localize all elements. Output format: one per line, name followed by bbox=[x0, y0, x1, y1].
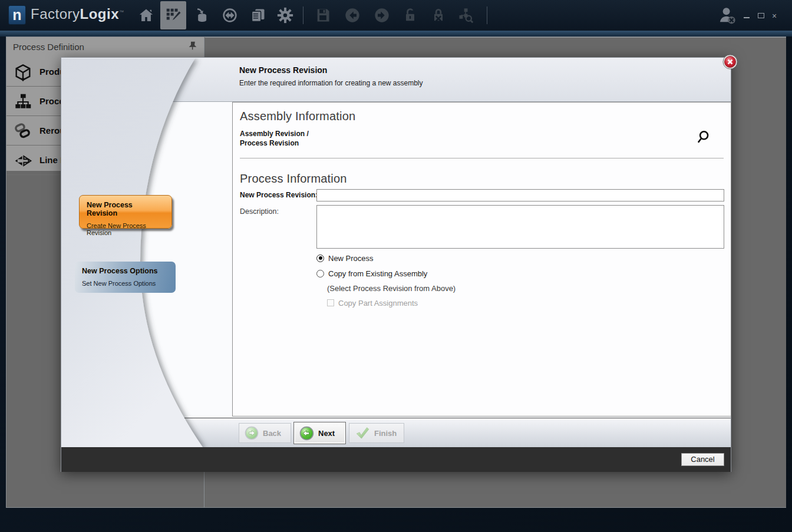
process-icon bbox=[14, 92, 32, 111]
process-search-button[interactable] bbox=[453, 1, 478, 29]
radio-label: Copy from Existing Assembly bbox=[328, 269, 427, 278]
wizard-step-new-process-revision[interactable]: New Process Revision Create New Process … bbox=[79, 195, 172, 229]
radio-label: New Process bbox=[328, 254, 374, 263]
dialog-bottom-bar: Cancel bbox=[61, 447, 731, 472]
window-close-button[interactable]: × bbox=[770, 12, 779, 20]
wizard-sidebar-curve bbox=[61, 58, 238, 447]
brand-light: Factory bbox=[31, 6, 80, 22]
finish-button[interactable]: Finish bbox=[349, 423, 404, 443]
step-title: New Process Options bbox=[82, 267, 169, 275]
user-logout-icon bbox=[717, 5, 737, 25]
check-out-button[interactable] bbox=[397, 1, 423, 29]
new-process-revision-dialog: New Process Revision Enter the required … bbox=[61, 57, 731, 472]
toolbar-separator bbox=[303, 6, 303, 24]
back-arrow-icon bbox=[245, 426, 259, 440]
panel-header: Process Definition bbox=[6, 37, 204, 58]
copy-part-assignments-option: Copy Part Assignments bbox=[327, 299, 418, 307]
process-definition-button[interactable] bbox=[160, 1, 186, 29]
trademark: ™ bbox=[119, 9, 124, 15]
lock-cancel-icon bbox=[430, 7, 447, 24]
radio-icon[interactable] bbox=[316, 270, 324, 277]
assembly-revision-label: Assembly Revision / Process Revision bbox=[240, 129, 309, 148]
brand-bold: Logix bbox=[80, 6, 120, 22]
dialog-content-panel: Assembly Information Assembly Revision /… bbox=[232, 102, 731, 417]
back-label: Back bbox=[263, 429, 281, 438]
dialog-title: New Process Revision bbox=[239, 65, 327, 75]
close-icon: × bbox=[770, 12, 779, 20]
process-search-icon bbox=[457, 7, 474, 24]
save-button[interactable] bbox=[310, 1, 336, 29]
logout-user-button[interactable] bbox=[715, 1, 739, 29]
radio-new-process[interactable]: New Process bbox=[316, 253, 374, 263]
panel-title: Process Definition bbox=[13, 42, 84, 52]
assembly-revision-label-line1: Assembly Revision / bbox=[240, 129, 309, 138]
back-button[interactable]: Back bbox=[239, 423, 291, 443]
sync-button[interactable] bbox=[217, 1, 243, 29]
assembly-information-heading: Assembly Information bbox=[240, 110, 355, 123]
finish-check-icon bbox=[355, 425, 370, 441]
factorylogix-logo-icon: n bbox=[8, 5, 26, 25]
settings-gear-icon bbox=[276, 6, 294, 24]
cancel-button[interactable]: Cancel bbox=[681, 453, 724, 466]
radio-icon[interactable] bbox=[316, 255, 324, 262]
process-information-heading: Process Information bbox=[240, 172, 347, 186]
save-icon bbox=[315, 7, 331, 24]
sync-icon bbox=[222, 7, 238, 24]
description-textarea[interactable] bbox=[316, 205, 724, 249]
unlock-icon bbox=[402, 7, 418, 24]
reports-icon bbox=[250, 7, 266, 24]
product-icon bbox=[14, 63, 32, 82]
dialog-subtitle: Enter the required information for creat… bbox=[239, 79, 423, 87]
checkbox-label: Copy Part Assignments bbox=[338, 299, 418, 308]
section-divider bbox=[240, 158, 724, 158]
settings-button[interactable] bbox=[272, 1, 298, 29]
cancel-checkout-button[interactable] bbox=[425, 1, 451, 29]
line-process-icon bbox=[14, 151, 32, 170]
step-subtitle: Create New Process Revision bbox=[87, 222, 164, 236]
pin-icon[interactable] bbox=[187, 41, 198, 52]
assembly-revision-label-line2: Process Revision bbox=[240, 138, 309, 148]
back-icon bbox=[344, 7, 361, 24]
redo-forward-button[interactable] bbox=[369, 1, 395, 29]
window-minimize-button[interactable] bbox=[742, 12, 752, 20]
publish-icon bbox=[193, 7, 210, 24]
dialog-close-button[interactable] bbox=[722, 54, 738, 70]
main-toolbar: n FactoryLogix™ bbox=[0, 0, 792, 31]
new-process-revision-input[interactable] bbox=[316, 189, 724, 201]
step-title: New Process Revision bbox=[87, 201, 164, 217]
description-label: Description: bbox=[240, 207, 279, 216]
select-process-note: (Select Process Revision from Above) bbox=[327, 284, 456, 293]
toolbar-separator bbox=[487, 6, 487, 24]
next-label: Next bbox=[318, 429, 335, 438]
new-process-revision-label: New Process Revision: bbox=[240, 191, 318, 199]
publish-button[interactable] bbox=[189, 1, 214, 29]
forward-icon bbox=[374, 7, 390, 24]
wizard-step-new-process-options[interactable]: New Process Options Set New Process Opti… bbox=[75, 262, 176, 293]
reports-button[interactable] bbox=[245, 1, 271, 29]
radio-copy-existing[interactable]: Copy from Existing Assembly bbox=[316, 269, 427, 278]
home-button[interactable] bbox=[133, 1, 159, 29]
application-window: n FactoryLogix™ bbox=[0, 0, 792, 532]
next-button[interactable]: Next bbox=[293, 422, 346, 444]
step-subtitle: Set New Process Options bbox=[82, 280, 169, 287]
brand-name: FactoryLogix™ bbox=[31, 6, 124, 22]
checkbox-icon bbox=[327, 299, 334, 306]
home-icon bbox=[138, 7, 154, 24]
magnifier-icon[interactable] bbox=[695, 130, 711, 145]
window-maximize-button[interactable] bbox=[757, 12, 766, 20]
reroute-icon bbox=[14, 122, 32, 141]
next-arrow-icon bbox=[299, 426, 314, 441]
finish-label: Finish bbox=[374, 429, 397, 438]
edit-grid-icon bbox=[164, 6, 182, 24]
accent-strip bbox=[0, 31, 792, 37]
undo-back-button[interactable] bbox=[339, 1, 365, 29]
